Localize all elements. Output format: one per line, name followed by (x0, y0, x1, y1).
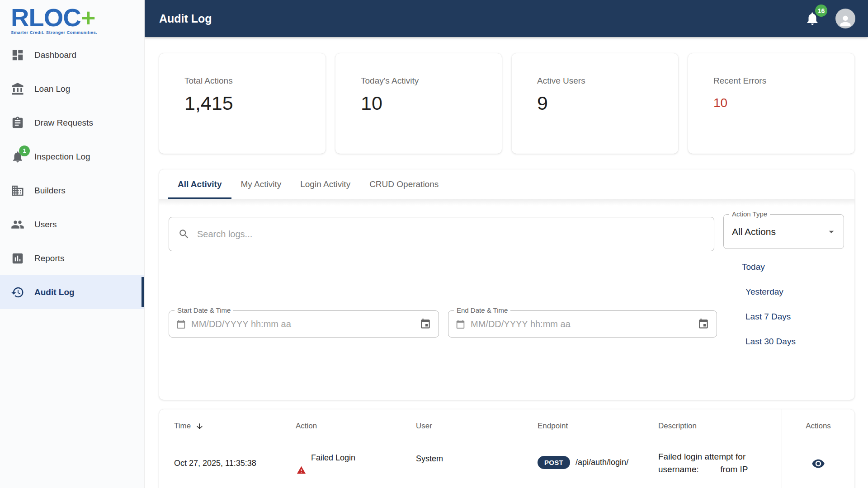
dashboard-icon (11, 48, 24, 62)
column-header-actions: Actions (782, 409, 854, 443)
sidebar-item-inspection-log[interactable]: 1 Inspection Log (0, 140, 144, 174)
view-details-button[interactable] (811, 457, 825, 470)
user-avatar[interactable] (835, 9, 855, 28)
stat-value: 1,415 (184, 92, 326, 114)
table-row[interactable]: Oct 27, 2025, 11:35:38 Failed Login Syst… (159, 443, 854, 488)
history-icon (11, 286, 24, 299)
action-label: Failed Login (311, 453, 416, 463)
stat-card-todays-activity: Today's Activity 10 (335, 53, 502, 154)
column-header-endpoint[interactable]: Endpoint (538, 422, 658, 431)
column-header-user[interactable]: User (416, 422, 538, 431)
page-title: Audit Log (159, 12, 212, 25)
open-calendar-button[interactable] (698, 318, 709, 330)
column-header-action[interactable]: Action (296, 422, 416, 431)
start-date-field[interactable]: Start Date & Time MM/DD/YYYY hh:mm aa (169, 310, 439, 338)
tab-label: CRUD Operations (369, 179, 439, 189)
column-label: User (416, 422, 432, 431)
top-bar: Audit Log 16 (145, 0, 868, 37)
endpoint-path: /api/auth/login/ (576, 458, 628, 467)
action-type-value: All Actions (732, 226, 826, 237)
end-date-label: End Date & Time (454, 306, 510, 314)
tab-label: All Activity (178, 179, 222, 189)
open-calendar-button[interactable] (420, 318, 431, 330)
sidebar-item-label: Draw Requests (34, 118, 93, 128)
notifications-button[interactable]: 16 (805, 11, 820, 26)
stat-label: Today's Activity (361, 76, 502, 86)
bank-icon (11, 82, 24, 96)
calendar-icon (420, 318, 431, 330)
sidebar-item-draw-requests[interactable]: Draw Requests (0, 106, 144, 140)
brand-tagline: Smarter Credit. Stronger Communities. (11, 30, 144, 35)
stat-label: Active Users (537, 76, 678, 86)
calendar-icon (456, 319, 465, 329)
column-label: Action (296, 422, 317, 431)
column-header-time[interactable]: Time (174, 422, 296, 431)
http-method-badge: POST (538, 456, 570, 469)
audit-log-page: RLOC+ Smarter Credit. Stronger Communiti… (0, 0, 868, 488)
cell-actions (782, 443, 854, 488)
calendar-icon (176, 319, 186, 329)
table-header-row: Time Action User Endpoint Description Ac… (159, 409, 854, 443)
column-header-description[interactable]: Description (658, 422, 782, 431)
brand-plus: + (81, 3, 95, 32)
quick-range-today[interactable]: Today (742, 262, 796, 272)
search-input[interactable] (197, 229, 705, 239)
tab-all-activity[interactable]: All Activity (168, 169, 231, 199)
quick-range-last-30-days[interactable]: Last 30 Days (745, 337, 796, 347)
cell-endpoint: POST /api/auth/login/ (538, 443, 658, 469)
clipboard-icon (11, 116, 24, 130)
cell-action: Failed Login (296, 443, 416, 475)
sidebar-item-users[interactable]: Users (0, 207, 144, 241)
end-date-field[interactable]: End Date & Time MM/DD/YYYY hh:mm aa (448, 310, 717, 338)
stats-row: Total Actions 1,415 Today's Activity 10 … (159, 53, 854, 154)
tab-my-activity[interactable]: My Activity (231, 169, 291, 199)
sidebar-item-label: Dashboard (34, 50, 76, 60)
cell-user: System (416, 443, 538, 464)
sidebar-item-reports[interactable]: Reports (0, 241, 144, 275)
audit-log-table: Time Action User Endpoint Description Ac… (159, 409, 854, 488)
tab-crud-operations[interactable]: CRUD Operations (360, 169, 448, 199)
sidebar-item-label: Builders (34, 186, 66, 196)
stat-value: 10 (361, 92, 502, 114)
bar-chart-icon (11, 252, 24, 265)
eye-icon (811, 457, 825, 470)
calendar-icon (698, 318, 709, 330)
stat-label: Recent Errors (713, 76, 854, 86)
stat-value: 9 (537, 92, 678, 114)
quick-date-ranges: Today Yesterday Last 7 Days Last 30 Days (745, 262, 796, 347)
sort-descending-icon[interactable] (195, 422, 204, 431)
sidebar-item-builders[interactable]: Builders (0, 174, 144, 207)
column-label: Time (174, 422, 191, 431)
column-label: Description (658, 422, 697, 431)
activity-tabs: All Activity My Activity Login Activity … (159, 169, 854, 199)
main-content: Total Actions 1,415 Today's Activity 10 … (145, 37, 868, 488)
tab-shadow (159, 199, 854, 206)
tab-label: Login Activity (300, 179, 350, 189)
tab-label: My Activity (241, 179, 282, 189)
tab-login-activity[interactable]: Login Activity (291, 169, 360, 199)
quick-range-last-7-days[interactable]: Last 7 Days (745, 312, 796, 322)
action-type-select[interactable]: Action Type All Actions (723, 214, 844, 249)
chevron-down-icon (826, 226, 837, 238)
cell-time: Oct 27, 2025, 11:35:38 (174, 443, 296, 468)
sidebar-nav: Dashboard Loan Log Draw Requests 1 In (0, 38, 144, 309)
sidebar-item-label: Users (34, 220, 57, 230)
bell-icon: 1 (11, 150, 24, 164)
stat-card-total-actions: Total Actions 1,415 (159, 53, 326, 154)
action-type-label: Action Type (729, 210, 770, 218)
start-date-placeholder: MM/DD/YYYY hh:mm aa (191, 319, 414, 329)
quick-range-yesterday[interactable]: Yesterday (745, 287, 796, 297)
stat-value-error: 10 (713, 96, 854, 110)
cell-description: Failed login attempt for username: from … (658, 443, 782, 475)
stat-card-recent-errors: Recent Errors 10 (688, 53, 854, 154)
warning-icon (297, 465, 416, 475)
sidebar-item-dashboard[interactable]: Dashboard (0, 38, 144, 72)
inspection-log-badge: 1 (19, 145, 30, 156)
end-date-placeholder: MM/DD/YYYY hh:mm aa (471, 319, 692, 329)
brand-logo: RLOC+ Smarter Credit. Stronger Communiti… (0, 0, 144, 40)
sidebar-item-label: Loan Log (34, 84, 70, 94)
start-date-label: Start Date & Time (175, 306, 233, 314)
search-box (169, 217, 714, 251)
sidebar-item-loan-log[interactable]: Loan Log (0, 72, 144, 106)
sidebar-item-audit-log[interactable]: Audit Log (0, 275, 144, 309)
